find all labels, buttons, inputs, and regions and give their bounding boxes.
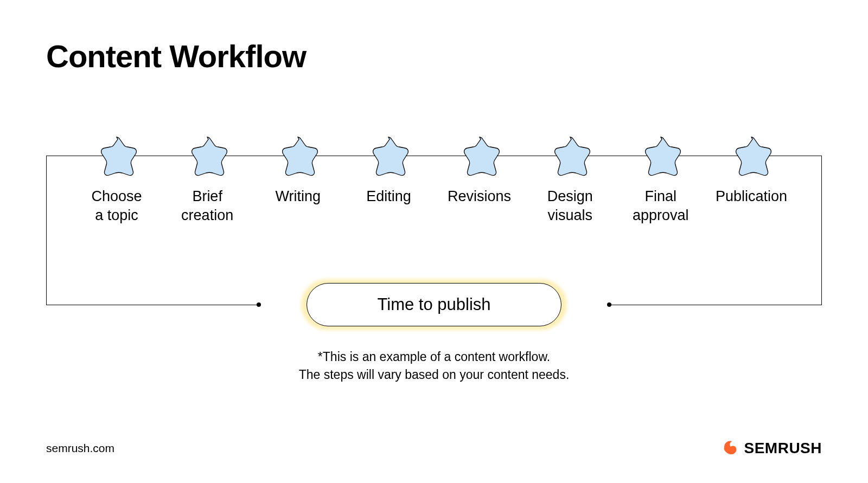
step-brief-creation: Brief creation (164, 134, 251, 225)
step-label: Final approval (633, 187, 689, 225)
step-writing: Writing (254, 134, 341, 225)
star-icon (458, 134, 501, 177)
page-title: Content Workflow (46, 38, 822, 74)
timeline-bottom-left (46, 305, 258, 305)
step-label: Design visuals (547, 187, 593, 225)
flame-icon (721, 438, 739, 459)
step-final-approval: Final approval (617, 134, 704, 225)
workflow-diagram: Choose a topic Brief creation Writing Ed… (46, 134, 822, 362)
timeline-bottom-right (610, 305, 822, 305)
star-icon (548, 134, 592, 177)
step-label: Writing (276, 187, 321, 206)
step-design-visuals: Design visuals (527, 134, 614, 225)
star-icon (639, 134, 682, 177)
footnote: *This is an example of a content workflo… (46, 348, 822, 384)
step-publication: Publication (708, 134, 795, 225)
step-label: Editing (366, 187, 411, 206)
step-editing: Editing (345, 134, 432, 225)
star-icon (276, 134, 320, 177)
connector-dot-right (607, 302, 611, 307)
semrush-logo: SEMRUSH (721, 438, 822, 459)
star-icon (186, 134, 229, 177)
steps-row: Choose a topic Brief creation Writing Ed… (73, 134, 795, 225)
footer-url: semrush.com (46, 442, 114, 455)
logo-text: SEMRUSH (744, 440, 822, 457)
footer: semrush.com SEMRUSH (46, 438, 822, 459)
footnote-line-1: *This is an example of a content workflo… (46, 348, 822, 366)
step-label: Publication (716, 187, 787, 206)
star-icon (367, 134, 410, 177)
step-label: Revisions (448, 187, 511, 206)
time-to-publish-pill: Time to publish (307, 283, 561, 326)
footnote-line-2: The steps will vary based on your conten… (46, 366, 822, 384)
connector-dot-left (257, 302, 261, 307)
star-icon (730, 134, 773, 177)
step-choose-topic: Choose a topic (73, 134, 160, 225)
step-label: Choose a topic (91, 187, 142, 225)
step-revisions: Revisions (436, 134, 523, 225)
step-label: Brief creation (181, 187, 233, 225)
star-icon (95, 134, 138, 177)
